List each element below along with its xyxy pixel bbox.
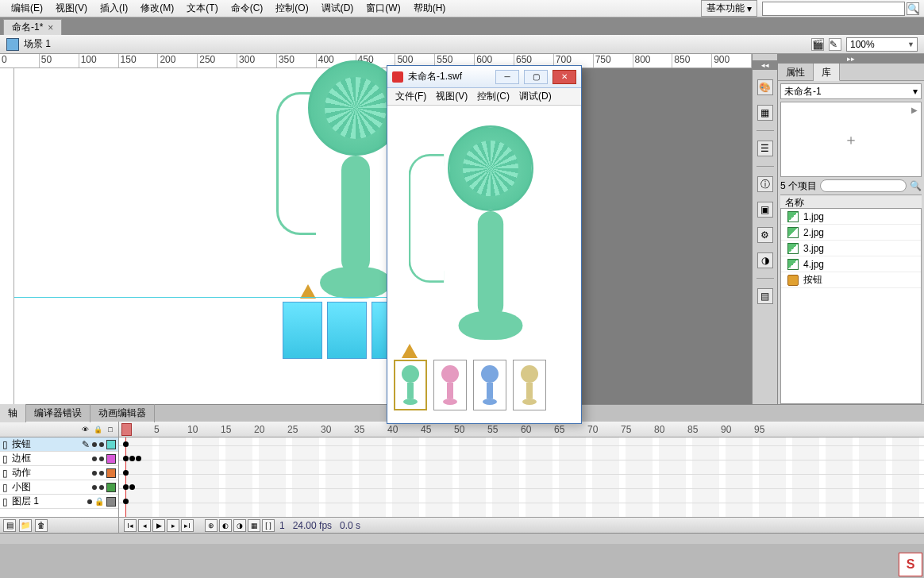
keyframe[interactable] (136, 456, 141, 461)
swf-stage[interactable] (387, 106, 581, 423)
keyframe[interactable] (123, 441, 129, 447)
swf-menu-control[interactable]: 控制(C) (472, 90, 514, 103)
menu-text[interactable]: 文本(T) (180, 2, 224, 15)
thumb-button[interactable] (473, 360, 506, 410)
tab-timeline[interactable]: 轴 (0, 404, 26, 422)
maximize-button[interactable]: ▢ (524, 70, 548, 84)
menu-control[interactable]: 控制(O) (269, 2, 314, 15)
history-panel-icon[interactable]: ▤ (757, 288, 773, 304)
minimize-button[interactable]: ─ (495, 70, 519, 84)
library-column-name[interactable]: 名称 (780, 195, 922, 209)
menu-edit[interactable]: 编辑(E) (5, 2, 49, 15)
library-item[interactable]: 1.jpg (781, 209, 921, 225)
keyframe[interactable] (129, 456, 135, 461)
collapse-icon[interactable]: ▸▸ (778, 54, 924, 64)
layer-row[interactable]: ▯小图 (0, 480, 118, 495)
close-tab-icon[interactable]: × (48, 22, 53, 33)
sogou-ime-icon[interactable]: S (899, 553, 922, 576)
menu-window[interactable]: 窗口(W) (360, 2, 406, 15)
next-frame-button[interactable]: ▸ (167, 519, 179, 532)
keyframe[interactable] (123, 456, 129, 461)
info-panel-icon[interactable]: ⓘ (757, 176, 773, 192)
menu-commands[interactable]: 命令(C) (225, 2, 270, 15)
keyframe[interactable] (129, 484, 135, 490)
library-item[interactable]: 2.jpg (781, 225, 921, 241)
edit-multi-button[interactable]: ▦ (248, 519, 260, 532)
frame-ruler[interactable]: 15101520253035404550556065707580859095 (119, 424, 924, 435)
delete-layer-button[interactable]: 🗑 (35, 519, 48, 532)
workspace-dropdown[interactable]: 基本功能▾ (701, 0, 757, 17)
swf-titlebar[interactable]: 未命名-1.swf ─ ▢ ✕ (387, 66, 581, 88)
layer-row[interactable]: ▯图层 1🔒 (0, 495, 118, 509)
search-icon[interactable]: 🔍 (907, 2, 919, 15)
keyframe[interactable] (123, 499, 129, 504)
menu-help[interactable]: 帮助(H) (407, 2, 452, 15)
first-frame-button[interactable]: I◂ (124, 519, 137, 532)
timeline-header: 👁 🔒 □ 1510152025303540455055606570758085… (0, 422, 924, 437)
components-icon[interactable]: ⚙ (757, 227, 773, 243)
thumb-button[interactable] (433, 360, 467, 410)
keyframe[interactable] (123, 470, 129, 476)
onion-outline-button[interactable]: ◑ (233, 519, 246, 532)
thumb-button[interactable] (394, 360, 427, 410)
current-frame[interactable]: 1 (279, 520, 285, 531)
fps-display[interactable]: 24.00 fps (293, 520, 332, 531)
swf-menu-file[interactable]: 文件(F) (391, 90, 431, 103)
onion-skin-button[interactable]: ◐ (219, 519, 232, 532)
tab-properties[interactable]: 属性 (778, 64, 814, 80)
scene-name[interactable]: 场景 1 (24, 37, 51, 51)
eye-column-icon[interactable]: 👁 (80, 425, 90, 434)
stage-thumb[interactable] (283, 302, 322, 359)
lock-column-icon[interactable]: 🔒 (93, 425, 102, 434)
menubar: 编辑(E) 视图(V) 插入(I) 修改(M) 文本(T) 命令(C) 控制(O… (0, 0, 924, 17)
document-tab[interactable]: 命名-1* × (3, 19, 62, 35)
swf-preview-window[interactable]: 未命名-1.swf ─ ▢ ✕ 文件(F) 视图(V) 控制(C) 调试(D) (387, 65, 582, 424)
swf-menu-view[interactable]: 视图(V) (431, 90, 472, 103)
lock-icon[interactable]: 🔒 (94, 497, 104, 506)
stage-thumb[interactable] (372, 302, 387, 359)
layer-row[interactable]: ▯按钮✎ (0, 437, 118, 452)
behaviors-icon[interactable]: ◑ (757, 252, 773, 268)
stage-area[interactable]: 0501001502002503003504004505005506006507… (0, 54, 752, 404)
play-button[interactable]: ▶ (152, 519, 165, 532)
collapse-icon[interactable]: ◂◂ (753, 60, 777, 70)
zoom-dropdown[interactable]: 100%▼ (846, 37, 918, 52)
library-item[interactable]: 按钮 (781, 272, 921, 288)
thumb-button[interactable] (513, 360, 546, 410)
swf-menu-debug[interactable]: 调试(D) (514, 90, 556, 103)
menu-insert[interactable]: 插入(I) (94, 2, 134, 15)
new-folder-button[interactable]: 📁 (19, 519, 32, 532)
last-frame-button[interactable]: ▸I (181, 519, 194, 532)
prev-frame-button[interactable]: ◂ (138, 519, 151, 532)
tab-compiler-errors[interactable]: 编译器错误 (26, 404, 90, 422)
menu-debug[interactable]: 调试(D) (315, 2, 360, 15)
swatches-panel-icon[interactable]: ▦ (757, 105, 773, 121)
search-input[interactable] (762, 2, 905, 16)
outline-column-icon[interactable]: □ (106, 425, 115, 434)
layer-row[interactable]: ▯动作 (0, 466, 118, 480)
library-item[interactable]: 4.jpg (781, 256, 921, 272)
library-doc-dropdown[interactable]: 未命名-1▾ (780, 83, 922, 99)
playhead[interactable] (125, 437, 126, 517)
onion-markers-button[interactable]: [ ] (262, 519, 275, 532)
search-icon[interactable]: 🔍 (910, 180, 922, 191)
close-button[interactable]: ✕ (552, 70, 576, 84)
align-panel-icon[interactable]: ☰ (757, 141, 773, 156)
stage-thumb[interactable] (327, 302, 367, 359)
layer-row[interactable]: ▯边框 (0, 452, 118, 466)
menu-view[interactable]: 视图(V) (49, 2, 94, 15)
tab-motion-editor[interactable]: 动画编辑器 (90, 404, 155, 422)
frames-area[interactable] (119, 437, 924, 517)
edit-scene-icon[interactable]: 🎬 (811, 38, 824, 51)
keyframe[interactable] (123, 484, 129, 490)
new-layer-button[interactable]: ▤ (3, 519, 16, 532)
color-panel-icon[interactable]: 🎨 (757, 79, 773, 95)
library-search-input[interactable] (820, 179, 907, 192)
center-frame-button[interactable]: ⊕ (205, 519, 218, 532)
edit-symbol-icon[interactable]: ✎ (829, 38, 841, 51)
menu-modify[interactable]: 修改(M) (134, 2, 180, 15)
preview-play-icon[interactable]: ▶ (911, 106, 918, 114)
library-item[interactable]: 3.jpg (781, 241, 921, 256)
tab-library[interactable]: 库 (814, 64, 840, 81)
transform-panel-icon[interactable]: ▣ (757, 202, 773, 218)
